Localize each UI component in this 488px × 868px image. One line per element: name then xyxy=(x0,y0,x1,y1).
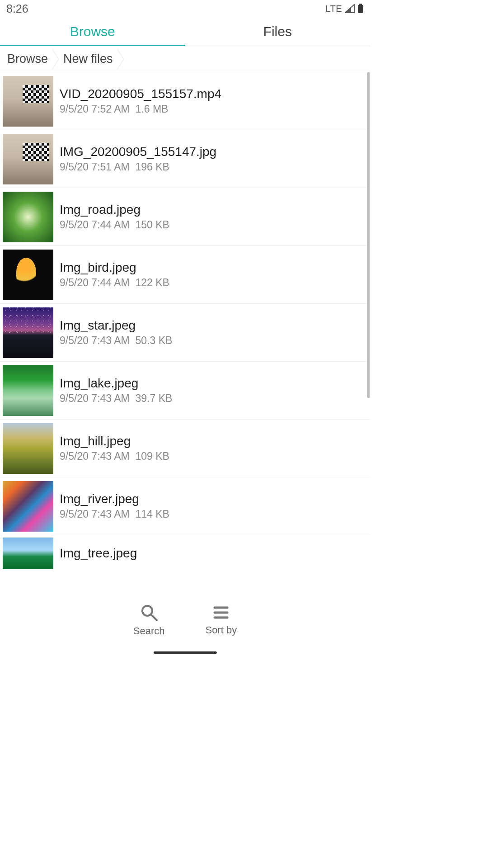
file-meta: 9/5/20 7:43 AM 109 KB xyxy=(60,450,169,462)
file-thumbnail xyxy=(3,538,53,569)
file-info: Img_star.jpeg9/5/20 7:43 AM 50.3 KB xyxy=(53,318,172,347)
file-meta: 9/5/20 7:43 AM 50.3 KB xyxy=(60,335,172,347)
sortby-label: Sort by xyxy=(206,624,237,636)
status-right: LTE xyxy=(325,4,364,14)
file-thumbnail xyxy=(3,307,53,358)
file-item[interactable]: VID_20200905_155157.mp49/5/20 7:52 AM 1.… xyxy=(0,72,370,130)
file-size: 1.6 MB xyxy=(136,103,169,115)
svg-rect-1 xyxy=(359,4,362,5)
file-name: Img_bird.jpeg xyxy=(60,260,169,275)
file-thumbnail xyxy=(3,76,53,127)
file-item[interactable]: Img_star.jpeg9/5/20 7:43 AM 50.3 KB xyxy=(0,304,370,362)
top-tabs: Browse Files xyxy=(0,17,370,46)
file-date: 9/5/20 7:43 AM xyxy=(60,508,130,520)
file-name: IMG_20200905_155147.jpg xyxy=(60,145,216,159)
file-thumbnail xyxy=(3,365,53,416)
signal-icon xyxy=(345,4,355,13)
file-item[interactable]: Img_hill.jpeg9/5/20 7:43 AM 109 KB xyxy=(0,420,370,477)
network-label: LTE xyxy=(325,4,342,14)
file-item[interactable]: IMG_20200905_155147.jpg9/5/20 7:51 AM 19… xyxy=(0,130,370,188)
breadcrumb: Browse New files xyxy=(0,46,370,72)
file-size: 122 KB xyxy=(136,277,169,288)
file-item[interactable]: Img_bird.jpeg9/5/20 7:44 AM 122 KB xyxy=(0,246,370,304)
file-info: IMG_20200905_155147.jpg9/5/20 7:51 AM 19… xyxy=(53,145,216,173)
file-size: 114 KB xyxy=(136,508,169,520)
bottom-bar: Search Sort by xyxy=(0,595,370,645)
file-info: Img_lake.jpeg9/5/20 7:43 AM 39.7 KB xyxy=(53,376,172,405)
svg-rect-0 xyxy=(358,5,363,13)
file-size: 50.3 KB xyxy=(136,335,173,346)
battery-icon xyxy=(357,4,364,14)
menu-icon xyxy=(212,604,230,622)
file-meta: 9/5/20 7:51 AM 196 KB xyxy=(60,161,216,173)
file-meta: 9/5/20 7:43 AM 39.7 KB xyxy=(60,392,172,405)
file-thumbnail xyxy=(3,134,53,184)
file-meta: 9/5/20 7:44 AM 122 KB xyxy=(60,277,169,289)
svg-line-3 xyxy=(151,615,157,620)
file-thumbnail xyxy=(3,481,53,532)
file-item[interactable]: Img_road.jpeg9/5/20 7:44 AM 150 KB xyxy=(0,188,370,246)
file-size: 196 KB xyxy=(136,161,169,173)
sortby-button[interactable]: Sort by xyxy=(206,604,237,636)
breadcrumb-root[interactable]: Browse xyxy=(7,52,52,66)
search-label: Search xyxy=(133,625,165,637)
file-thumbnail xyxy=(3,250,53,300)
file-date: 9/5/20 7:43 AM xyxy=(60,335,130,346)
file-info: Img_river.jpeg9/5/20 7:43 AM 114 KB xyxy=(53,492,169,520)
file-date: 9/5/20 7:43 AM xyxy=(60,392,130,404)
file-item[interactable]: Img_river.jpeg9/5/20 7:43 AM 114 KB xyxy=(0,477,370,535)
chevron-right-icon xyxy=(117,49,125,70)
file-list[interactable]: VID_20200905_155157.mp49/5/20 7:52 AM 1.… xyxy=(0,72,370,595)
file-size: 39.7 KB xyxy=(136,392,173,404)
file-info: Img_tree.jpeg xyxy=(53,546,137,561)
file-item[interactable]: Img_tree.jpeg xyxy=(0,535,370,571)
file-meta: 9/5/20 7:52 AM 1.6 MB xyxy=(60,103,221,115)
scrollbar[interactable] xyxy=(367,72,370,398)
search-button[interactable]: Search xyxy=(133,603,165,637)
file-thumbnail xyxy=(3,423,53,474)
tab-files[interactable]: Files xyxy=(185,17,371,46)
file-name: Img_river.jpeg xyxy=(60,492,169,506)
file-date: 9/5/20 7:52 AM xyxy=(60,103,130,115)
file-name: Img_lake.jpeg xyxy=(60,376,172,391)
file-name: Img_hill.jpeg xyxy=(60,434,169,448)
file-date: 9/5/20 7:44 AM xyxy=(60,277,130,288)
file-date: 9/5/20 7:43 AM xyxy=(60,450,130,462)
file-name: Img_star.jpeg xyxy=(60,318,172,333)
file-size: 109 KB xyxy=(136,450,169,462)
file-name: VID_20200905_155157.mp4 xyxy=(60,87,221,101)
file-name: Img_road.jpeg xyxy=(60,203,169,217)
file-date: 9/5/20 7:44 AM xyxy=(60,219,130,231)
file-size: 150 KB xyxy=(136,219,169,231)
file-name: Img_tree.jpeg xyxy=(60,546,137,561)
file-info: Img_road.jpeg9/5/20 7:44 AM 150 KB xyxy=(53,203,169,231)
file-meta: 9/5/20 7:43 AM 114 KB xyxy=(60,508,169,520)
status-bar: 8:26 LTE xyxy=(0,0,370,17)
file-info: VID_20200905_155157.mp49/5/20 7:52 AM 1.… xyxy=(53,87,221,115)
file-info: Img_bird.jpeg9/5/20 7:44 AM 122 KB xyxy=(53,260,169,289)
file-info: Img_hill.jpeg9/5/20 7:43 AM 109 KB xyxy=(53,434,169,462)
file-thumbnail xyxy=(3,192,53,242)
search-icon xyxy=(139,603,159,623)
file-item[interactable]: Img_lake.jpeg9/5/20 7:43 AM 39.7 KB xyxy=(0,362,370,420)
file-date: 9/5/20 7:51 AM xyxy=(60,161,130,173)
breadcrumb-current[interactable]: New files xyxy=(63,52,117,66)
status-time: 8:26 xyxy=(6,2,28,15)
file-meta: 9/5/20 7:44 AM 150 KB xyxy=(60,219,169,231)
tab-browse[interactable]: Browse xyxy=(0,17,185,46)
nav-handle[interactable] xyxy=(154,651,217,654)
chevron-right-icon xyxy=(52,49,60,70)
